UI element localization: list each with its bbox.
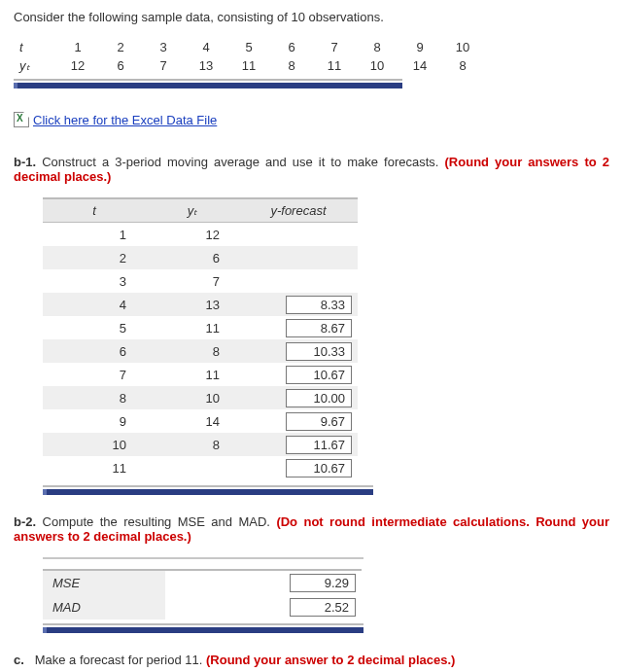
part-c-instr: (Round your answer to 2 decimal places.) bbox=[206, 653, 455, 667]
data-cell: 6 bbox=[99, 56, 142, 75]
t-cell: 2 bbox=[43, 246, 146, 269]
col-t: t bbox=[43, 198, 146, 223]
col-yforecast: y-forecast bbox=[239, 198, 358, 223]
divider bbox=[43, 485, 373, 495]
data-cell: 8 bbox=[270, 56, 313, 75]
t-cell: 3 bbox=[43, 269, 146, 293]
forecast-cell bbox=[239, 269, 358, 293]
data-cell: 11 bbox=[227, 56, 270, 75]
data-cell: 7 bbox=[142, 56, 185, 75]
forecast-input[interactable]: 8.33 bbox=[286, 296, 352, 314]
yt-cell: 8 bbox=[146, 433, 239, 456]
forecast-cell: 9.67 bbox=[239, 409, 358, 433]
t-cell: 4 bbox=[43, 293, 146, 316]
table-row: 71110.67 bbox=[43, 363, 358, 386]
col-yt: yₜ bbox=[146, 198, 239, 223]
row-label-t: t bbox=[14, 38, 56, 56]
table-row: MAD2.52 bbox=[43, 595, 362, 619]
t-cell: 1 bbox=[43, 223, 146, 247]
metric-input[interactable]: 2.52 bbox=[290, 598, 356, 617]
metric-label: MSE bbox=[43, 570, 165, 595]
row-label-yt: yₜ bbox=[14, 56, 56, 75]
t-cell: 9 bbox=[43, 409, 146, 433]
question-prompt: Consider the following sample data, cons… bbox=[14, 10, 609, 24]
yt-cell: 7 bbox=[146, 269, 239, 293]
yt-cell: 6 bbox=[146, 246, 239, 269]
data-cell: 6 bbox=[270, 38, 313, 56]
yt-cell bbox=[146, 456, 239, 479]
forecast-cell: 10.33 bbox=[239, 339, 358, 363]
yt-cell: 10 bbox=[146, 386, 239, 409]
forecast-input[interactable]: 10.00 bbox=[286, 389, 352, 407]
data-cell: 10 bbox=[441, 38, 484, 56]
forecast-input[interactable]: 11.67 bbox=[286, 436, 352, 454]
data-cell: 1 bbox=[56, 38, 99, 56]
moving-average-table: t yₜ y-forecast 11226374138.335118.67681… bbox=[43, 197, 358, 479]
yt-cell: 11 bbox=[146, 316, 239, 339]
forecast-input[interactable]: 8.67 bbox=[286, 319, 352, 337]
forecast-input[interactable]: 10.67 bbox=[286, 366, 352, 384]
table-row: 81010.00 bbox=[43, 386, 358, 409]
yt-cell: 11 bbox=[146, 363, 239, 386]
yt-cell: 13 bbox=[146, 293, 239, 316]
metric-value: 9.29 bbox=[284, 570, 362, 595]
forecast-cell bbox=[239, 246, 358, 269]
table-row: 26 bbox=[43, 246, 358, 269]
forecast-cell: 10.67 bbox=[239, 456, 358, 479]
t-cell: 6 bbox=[43, 339, 146, 363]
table-row: 1110.67 bbox=[43, 456, 358, 479]
table-row: 10811.67 bbox=[43, 433, 358, 456]
excel-file-link[interactable]: Click here for the Excel Data File bbox=[14, 112, 217, 127]
metric-label: MAD bbox=[43, 595, 165, 619]
data-cell: 7 bbox=[313, 38, 356, 56]
t-cell: 7 bbox=[43, 363, 146, 386]
forecast-cell: 11.67 bbox=[239, 433, 358, 456]
table-row: 6810.33 bbox=[43, 339, 358, 363]
part-c-label: c. bbox=[14, 653, 24, 667]
mse-mad-table: MSE9.29MAD2.52 bbox=[43, 569, 362, 619]
data-cell: 2 bbox=[99, 38, 142, 56]
t-cell: 8 bbox=[43, 386, 146, 409]
t-cell: 10 bbox=[43, 433, 146, 456]
forecast-input[interactable]: 10.33 bbox=[286, 342, 352, 361]
yt-cell: 14 bbox=[146, 409, 239, 433]
data-cell: 10 bbox=[356, 56, 398, 75]
table-row: 9149.67 bbox=[43, 409, 358, 433]
data-cell: 14 bbox=[398, 56, 441, 75]
forecast-cell: 10.00 bbox=[239, 386, 358, 409]
data-cell: 8 bbox=[356, 38, 398, 56]
t-cell: 5 bbox=[43, 316, 146, 339]
data-cell: 9 bbox=[398, 38, 441, 56]
part-b1-text: Construct a 3-period moving average and … bbox=[42, 155, 444, 169]
sample-data-table: t12345678910 yₜ1267131181110148 bbox=[14, 38, 484, 75]
forecast-cell: 8.33 bbox=[239, 293, 358, 316]
divider bbox=[43, 623, 363, 633]
excel-file-link-text: Click here for the Excel Data File bbox=[33, 113, 217, 127]
table-row: 4138.33 bbox=[43, 293, 358, 316]
excel-icon bbox=[14, 112, 29, 127]
data-cell: 12 bbox=[56, 56, 99, 75]
data-cell: 3 bbox=[142, 38, 185, 56]
data-cell: 4 bbox=[185, 38, 227, 56]
table-row: MSE9.29 bbox=[43, 570, 362, 595]
table-row: 112 bbox=[43, 223, 358, 247]
part-c-text: Make a forecast for period 11. bbox=[35, 653, 206, 667]
table-row: 5118.67 bbox=[43, 316, 358, 339]
spacer bbox=[165, 595, 284, 619]
table-row: 37 bbox=[43, 269, 358, 293]
forecast-input[interactable]: 10.67 bbox=[286, 459, 352, 477]
data-cell: 8 bbox=[441, 56, 484, 75]
forecast-cell: 8.67 bbox=[239, 316, 358, 339]
t-cell: 11 bbox=[43, 456, 146, 479]
forecast-input[interactable]: 9.67 bbox=[286, 412, 352, 431]
divider bbox=[14, 79, 402, 88]
part-b1-label: b-1. bbox=[14, 155, 36, 169]
metric-input[interactable]: 9.29 bbox=[290, 574, 356, 592]
yt-cell: 12 bbox=[146, 223, 239, 247]
data-cell: 13 bbox=[185, 56, 227, 75]
forecast-cell: 10.67 bbox=[239, 363, 358, 386]
spacer bbox=[165, 570, 284, 595]
yt-cell: 8 bbox=[146, 339, 239, 363]
data-cell: 11 bbox=[313, 56, 356, 75]
part-b2-label: b-2. bbox=[14, 514, 36, 529]
